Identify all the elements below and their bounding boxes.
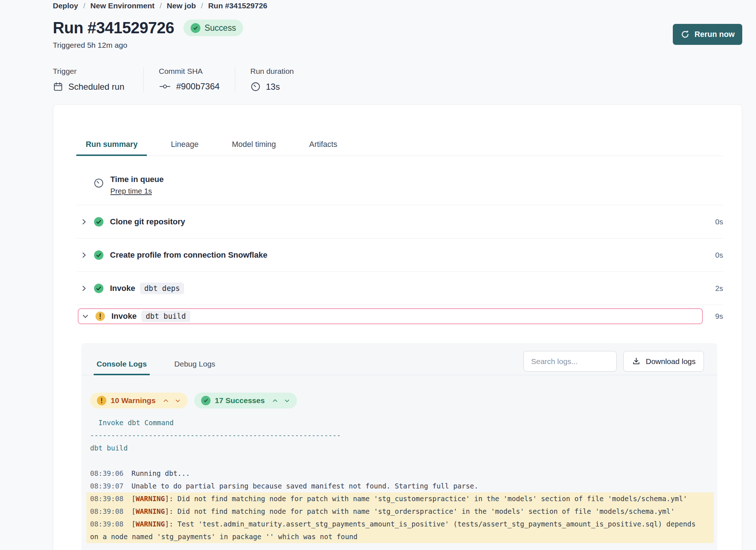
next-warning-chevron-down-icon[interactable] xyxy=(175,398,181,404)
breadcrumb-separator: / xyxy=(201,1,203,10)
clock-icon xyxy=(250,81,261,92)
download-logs-button[interactable]: Download logs xyxy=(623,351,704,372)
success-circle-icon xyxy=(94,250,104,260)
tab-console-logs[interactable]: Console Logs xyxy=(94,360,150,375)
log-line: Invoke dbt Command xyxy=(86,416,714,429)
success-check-icon xyxy=(191,23,200,33)
prep-time-link[interactable]: Prep time 1s xyxy=(110,187,152,195)
step-row-dbt-deps[interactable]: Invoke dbt deps 2s xyxy=(76,272,723,305)
status-badge-label: Success xyxy=(204,23,236,33)
step-duration: 0s xyxy=(703,217,723,226)
run-meta: Trigger Scheduled run Commit SHA #900b73… xyxy=(53,67,742,92)
log-line-warning: 08:39:08[WARNING]: Test 'test.admin_matu… xyxy=(86,518,714,530)
console-log-output: Invoke dbt Command ---------------------… xyxy=(90,416,710,543)
log-line-blank xyxy=(86,454,714,467)
step-row-clone-git[interactable]: Clone git repository 0s xyxy=(76,205,723,238)
chevron-right-icon[interactable] xyxy=(80,218,89,226)
commit-sha-value: #900b7364 xyxy=(176,81,220,92)
rerun-now-button[interactable]: Rerun now xyxy=(673,24,742,45)
time-in-queue-section: Time in queue Prep time 1s xyxy=(76,156,723,205)
tab-debug-logs[interactable]: Debug Logs xyxy=(171,360,218,375)
previous-warning-chevron-up-icon[interactable] xyxy=(163,398,169,404)
breadcrumb: Deploy / New Environment / New job / Run… xyxy=(53,1,742,10)
chevron-right-icon[interactable] xyxy=(80,251,89,259)
tab-artifacts[interactable]: Artifacts xyxy=(300,140,347,156)
commit-sha-label: Commit SHA xyxy=(159,67,220,76)
log-separator-line: ----------------------------------------… xyxy=(86,429,714,442)
step-title: Invoke xyxy=(111,312,137,321)
successes-badge-label: 17 Successes xyxy=(215,396,265,405)
step-title: Create profile from connection Snowflake xyxy=(110,250,267,260)
breadcrumb-job[interactable]: New job xyxy=(167,1,196,10)
step-duration: 9s xyxy=(703,312,723,321)
run-summary-card: Run summary Lineage Model timing Artifac… xyxy=(53,104,742,550)
page-title: Run #341529726 xyxy=(53,19,174,37)
previous-success-chevron-up-icon[interactable] xyxy=(272,398,278,404)
trigger-label: Trigger xyxy=(53,67,129,76)
log-line: 08:39:07Unable to do partial parsing bec… xyxy=(86,480,714,492)
run-duration-label: Run duration xyxy=(250,67,294,76)
success-circle-icon xyxy=(94,217,104,227)
tab-run-summary[interactable]: Run summary xyxy=(76,140,147,156)
log-line-warning-continuation: on a node named 'stg_payments' in packag… xyxy=(86,530,714,543)
calendar-icon xyxy=(53,81,63,92)
run-duration-value: 13s xyxy=(266,82,280,92)
success-check-icon xyxy=(201,396,211,405)
search-logs-input[interactable] xyxy=(523,351,617,372)
header: Run #341529726 Success Triggered 5h 12m … xyxy=(53,19,742,50)
step-row-dbt-build[interactable]: Invoke dbt build 9s xyxy=(76,308,723,324)
step-duration: 2s xyxy=(703,284,723,293)
breadcrumb-run: Run #341529726 xyxy=(208,1,267,10)
warning-circle-icon xyxy=(95,311,105,321)
success-circle-icon xyxy=(94,283,104,293)
successes-badge: 17 Successes xyxy=(194,393,297,409)
status-badge: Success xyxy=(183,20,243,36)
next-success-chevron-down-icon[interactable] xyxy=(284,398,290,404)
warnings-badge: 10 Warnings xyxy=(90,393,188,409)
log-badges: 10 Warnings 17 Successes xyxy=(90,393,717,409)
breadcrumb-separator: / xyxy=(160,1,162,10)
triggered-text: Triggered 5h 12m ago xyxy=(53,41,243,50)
stopwatch-icon xyxy=(93,175,104,195)
trigger-value: Scheduled run xyxy=(68,82,124,92)
step-command-chip: dbt deps xyxy=(140,283,184,294)
download-logs-label: Download logs xyxy=(646,357,696,366)
step-row-create-profile[interactable]: Create profile from connection Snowflake… xyxy=(76,238,723,272)
breadcrumb-deploy[interactable]: Deploy xyxy=(53,1,78,10)
run-tabs: Run summary Lineage Model timing Artifac… xyxy=(76,105,723,156)
log-header: Console Logs Debug Logs Download logs xyxy=(81,343,717,375)
step-title: Clone git repository xyxy=(110,217,185,227)
refresh-icon xyxy=(680,30,690,39)
chevron-right-icon[interactable] xyxy=(80,284,89,292)
breadcrumb-separator: / xyxy=(83,1,85,10)
log-line: dbt build xyxy=(86,442,714,454)
git-commit-icon xyxy=(159,82,171,91)
step-title: Invoke xyxy=(110,284,135,293)
tab-model-timing[interactable]: Model timing xyxy=(222,140,285,156)
warnings-badge-label: 10 Warnings xyxy=(111,396,156,405)
download-icon xyxy=(632,357,641,366)
log-line-warning: 08:39:08[WARNING]: Did not find matching… xyxy=(86,492,714,505)
tab-lineage[interactable]: Lineage xyxy=(161,140,208,156)
run-detail-page: Deploy / New Environment / New job / Run… xyxy=(0,0,756,550)
time-in-queue-title: Time in queue xyxy=(110,175,164,184)
breadcrumb-environment[interactable]: New Environment xyxy=(90,1,154,10)
step-command-chip: dbt build xyxy=(141,310,190,322)
log-line-warning: 08:39:08[WARNING]: Did not find matching… xyxy=(86,505,714,518)
warning-icon xyxy=(97,396,106,405)
log-panel: Console Logs Debug Logs Download logs xyxy=(81,343,717,550)
log-line: 08:39:06Running dbt... xyxy=(86,467,714,480)
step-duration: 0s xyxy=(703,251,723,259)
rerun-now-label: Rerun now xyxy=(695,30,735,39)
chevron-down-icon[interactable] xyxy=(81,312,90,320)
